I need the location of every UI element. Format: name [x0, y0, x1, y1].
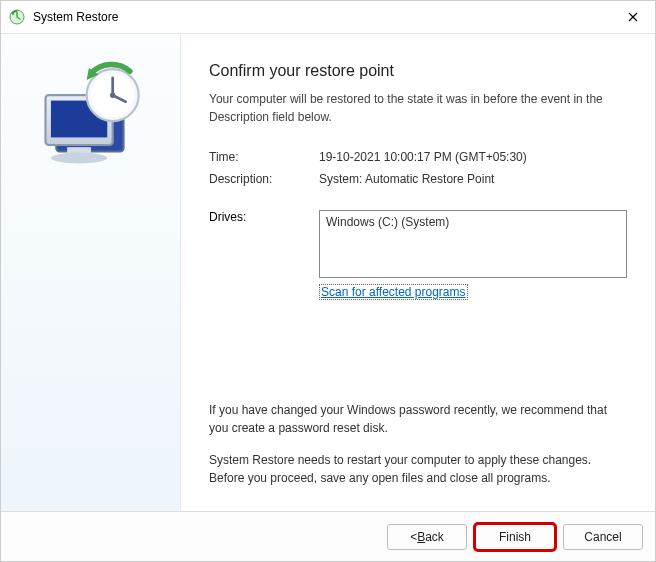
restart-notice: System Restore needs to restart your com… — [209, 451, 627, 487]
footer: < Back Finish Cancel — [1, 511, 655, 561]
page-title: Confirm your restore point — [209, 62, 627, 80]
drives-item[interactable]: Windows (C:) (System) — [326, 215, 620, 229]
finish-button[interactable]: Finish — [475, 524, 555, 550]
main-panel: Confirm your restore point Your computer… — [181, 34, 655, 511]
time-label: Time: — [209, 150, 319, 164]
description-row: Description: System: Automatic Restore P… — [209, 172, 627, 186]
close-button[interactable] — [621, 5, 645, 29]
window-title: System Restore — [33, 10, 118, 24]
sidebar — [1, 34, 181, 511]
time-value: 19-10-2021 10:00:17 PM (GMT+05:30) — [319, 150, 627, 164]
page-subhead: Your computer will be restored to the st… — [209, 90, 627, 126]
scan-link-row: Scan for affected programs — [209, 284, 627, 300]
password-notice: If you have changed your Windows passwor… — [209, 401, 627, 437]
system-restore-window: System Restore — [0, 0, 656, 562]
description-value: System: Automatic Restore Point — [319, 172, 627, 186]
drives-label: Drives: — [209, 210, 319, 278]
content-area: Confirm your restore point Your computer… — [1, 33, 655, 511]
titlebar: System Restore — [1, 1, 655, 33]
drives-listbox[interactable]: Windows (C:) (System) — [319, 210, 627, 278]
cancel-button[interactable]: Cancel — [563, 524, 643, 550]
drives-row: Drives: Windows (C:) (System) — [209, 210, 627, 278]
time-row: Time: 19-10-2021 10:00:17 PM (GMT+05:30) — [209, 150, 627, 164]
scan-affected-programs-link[interactable]: Scan for affected programs — [319, 284, 468, 300]
notice-block: If you have changed your Windows passwor… — [209, 401, 627, 501]
restore-illustration-icon — [26, 54, 156, 187]
system-restore-icon — [9, 9, 25, 25]
back-button[interactable]: < Back — [387, 524, 467, 550]
svg-point-6 — [50, 153, 106, 164]
description-label: Description: — [209, 172, 319, 186]
svg-point-9 — [109, 92, 114, 97]
